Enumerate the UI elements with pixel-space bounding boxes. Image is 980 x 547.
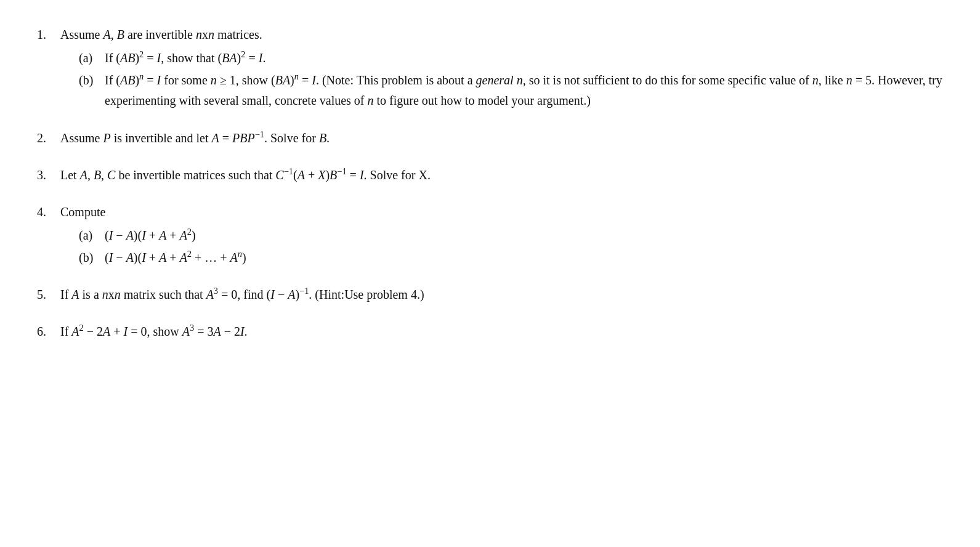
problem-5-content: If A is a nxn matrix such that A3 = 0, f… [60, 285, 943, 304]
problem-2: 2. Assume P is invertible and let A = PB… [37, 128, 943, 148]
problem-4-number: 4. [37, 202, 60, 222]
problem-1a: (a) If (AB)2 = I, show that (BA)2 = I. [60, 48, 943, 68]
problem-5: 5. If A is a nxn matrix such that A3 = 0… [37, 285, 943, 304]
problem-3: 3. Let A, B, C be invertible matrices su… [37, 165, 943, 185]
problem-4: 4. Compute (a) (I − A)(I + A + A2) (b) (… [37, 202, 943, 267]
problem-6: 6. If A2 − 2A + I = 0, show A3 = 3A − 2I… [37, 322, 943, 341]
problem-4b-label: (b) [79, 248, 105, 267]
problem-4b-content: (I − A)(I + A + A2 + … + An) [105, 248, 246, 267]
problem-6-content: If A2 − 2A + I = 0, show A3 = 3A − 2I. [60, 322, 943, 341]
page-container: 1. Assume A, B are invertible nxn matric… [37, 25, 943, 341]
problem-4a: (a) (I − A)(I + A + A2) [60, 225, 943, 245]
problem-4a-label: (a) [79, 225, 105, 245]
problem-1-content: Assume A, B are invertible nxn matrices.… [60, 25, 943, 111]
problem-3-content: Let A, B, C be invertible matrices such … [60, 165, 943, 185]
problem-1b-content: If (AB)n = I for some n ≥ 1, show (BA)n … [105, 70, 943, 111]
problem-1a-label: (a) [79, 48, 105, 68]
problem-3-number: 3. [37, 165, 60, 185]
problem-1: 1. Assume A, B are invertible nxn matric… [37, 25, 943, 111]
problem-1b: (b) If (AB)n = I for some n ≥ 1, show (B… [60, 70, 943, 111]
problem-2-number: 2. [37, 128, 60, 148]
problem-4b: (b) (I − A)(I + A + A2 + … + An) [60, 248, 943, 267]
problem-4a-content: (I − A)(I + A + A2) [105, 225, 196, 245]
problem-1-number: 1. [37, 25, 60, 44]
problem-6-number: 6. [37, 322, 60, 341]
problem-1b-label: (b) [79, 70, 105, 111]
problem-5-number: 5. [37, 285, 60, 304]
problem-4-content: Compute (a) (I − A)(I + A + A2) (b) (I −… [60, 202, 943, 267]
problem-2-content: Assume P is invertible and let A = PBP−1… [60, 128, 943, 148]
problem-1-intro: Assume A, B are invertible nxn matrices. [60, 25, 943, 44]
problem-1a-content: If (AB)2 = I, show that (BA)2 = I. [105, 48, 943, 68]
problem-4-intro: Compute [60, 202, 943, 222]
